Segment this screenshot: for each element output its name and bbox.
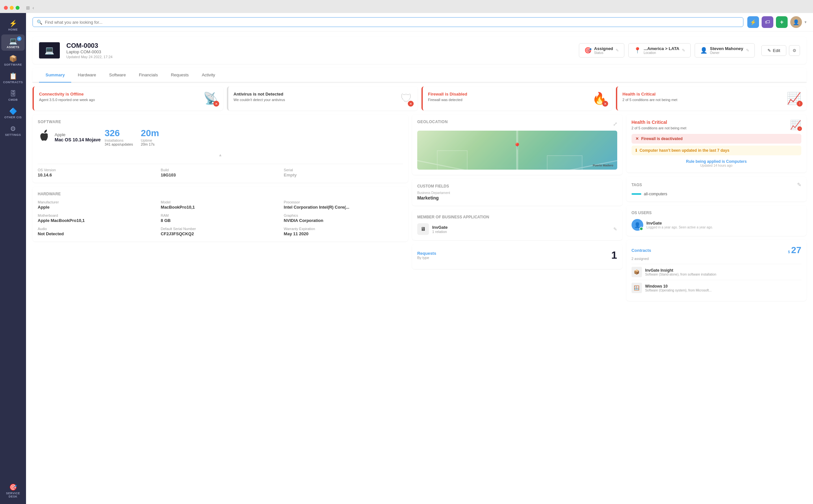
member-app-icon: 🖥 <box>417 223 429 235</box>
alert-firewall: Firewall is Disabled Firewall was detect… <box>421 86 612 110</box>
alert-connectivity: Connectivity is Offline Agent 3.5.0 repo… <box>32 86 223 110</box>
sidebar-item-assets[interactable]: 💻 ASSETS 5 <box>1 34 25 51</box>
sidebar-item-contracts[interactable]: 📋 CONTRACTS <box>1 70 25 86</box>
back-icon[interactable]: ‹ <box>32 5 34 10</box>
user-avatar[interactable]: 👤 <box>790 16 802 28</box>
main-area: 🔍 ⚡ 🏷 + 👤 ▾ <box>26 13 813 504</box>
asset-name: COM-0003 <box>66 42 572 49</box>
stat-installations: 326 Installations 341 apps/updates <box>105 128 133 146</box>
sidebar-item-cmdb[interactable]: 🗄 CMDB <box>1 87 25 103</box>
add-btn[interactable]: + <box>776 16 788 28</box>
plus-icon: + <box>780 19 784 26</box>
contract-icon-0: 📦 <box>632 267 642 277</box>
contract-item-1: 🪟 Windows 10 Software (Operating system)… <box>632 280 801 296</box>
requests-count: 1 <box>612 249 617 261</box>
firewall-alert-icon: ✕ <box>636 136 639 141</box>
map-pin: 📍 <box>513 142 521 150</box>
location-value: ...America > LATA <box>644 46 679 51</box>
assets-icon: 💻 <box>9 38 17 44</box>
health-rule-value: Computers <box>726 159 747 164</box>
maximize-button[interactable] <box>16 6 19 10</box>
col-left: Software Apple Mac OS 10.14 Mojave 326 <box>32 114 408 301</box>
location-label: Location <box>644 51 679 55</box>
custom-fields-card: Custom Fields Business Departament Marke… <box>412 179 623 206</box>
geo-expand-icon[interactable]: ⤢ <box>613 121 617 127</box>
ram-value: 8 GB <box>161 218 280 223</box>
graphics-item: Graphics NVIDIA Corporation <box>284 213 403 223</box>
tab-requests[interactable]: Requests <box>164 68 195 83</box>
tab-financials[interactable]: Financials <box>132 68 164 83</box>
sidebar-label-assets: ASSETS <box>6 45 19 49</box>
owner-edit-icon[interactable]: ✎ <box>746 48 749 53</box>
default-serial-item: Default Serial Number CF2J3FSQCKQ2 <box>161 227 280 236</box>
asset-location[interactable]: 📍 ...America > LATA Location ✎ <box>628 43 691 58</box>
edit-label: Edit <box>773 48 780 53</box>
connectivity-badge: ✕ <box>213 101 219 107</box>
tags-edit-icon[interactable]: ✎ <box>797 182 801 188</box>
build-value: 18G103 <box>161 173 280 177</box>
status-edit-icon[interactable]: ✎ <box>616 48 619 53</box>
warranty-item: Warranty Expiration May 11 2020 <box>284 227 403 236</box>
software-card: Software Apple Mac OS 10.14 Mojave 326 <box>32 114 408 183</box>
asset-status[interactable]: 🎯 Assigned Status ✎ <box>579 43 625 58</box>
model-item: Model MacBookPro10,1 <box>161 200 280 210</box>
contracts-section: Contracts $ 27 2 assigned 📦 <box>626 240 807 301</box>
right-panel: Health is Critical 2 of 5 conditions are… <box>626 114 807 301</box>
asset-info: COM-0003 Laptop COM-0003 Updated May 24 … <box>66 42 572 59</box>
graphics-value: NVIDIA Corporation <box>284 218 403 223</box>
alert-antivirus: Antivirus is not Detected We couldn't de… <box>227 86 418 110</box>
serial-label: Serial <box>284 168 403 172</box>
tab-summary[interactable]: Summary <box>39 68 71 83</box>
stat-uptime: 20m Uptime 20m 17s <box>141 128 159 146</box>
edit-icon: ✎ <box>768 48 771 53</box>
status-label: Status <box>594 51 613 55</box>
sidebar-item-home[interactable]: ⚡ HOME <box>1 17 25 33</box>
alert-firewall-title: Firewall is Disabled <box>428 92 588 97</box>
sidebar: ⚡ HOME 💻 ASSETS 5 📦 SOFTWARE 📋 CONTRACTS… <box>0 13 26 504</box>
default-serial-label: Default Serial Number <box>161 227 280 231</box>
close-button[interactable] <box>4 6 8 10</box>
os-version-item: OS Version 10.14.6 <box>38 168 157 177</box>
settings-button[interactable]: ⚙ <box>789 45 800 56</box>
settings-icon: ⚙ <box>10 125 16 132</box>
contracts-assigned: 2 assigned <box>632 257 801 261</box>
uptime-count: 20m <box>141 128 159 138</box>
tab-activity[interactable]: Activity <box>195 68 222 83</box>
dept-label: Business Departament <box>417 191 617 195</box>
edit-button[interactable]: ✎ Edit <box>761 45 786 56</box>
minimize-button[interactable] <box>10 6 14 10</box>
member-link-icon[interactable]: ✎ <box>613 226 617 232</box>
alert-antivirus-icon-wrap: 🛡 ✕ <box>401 92 412 105</box>
alert-cards: Connectivity is Offline Agent 3.5.0 repo… <box>32 86 807 110</box>
content-row-main: Software Apple Mac OS 10.14 Mojave 326 <box>32 114 807 301</box>
os-users: OS Users 👤 InvGate Logged in a year ago.… <box>626 205 807 236</box>
map-label: Puerto Madero <box>593 164 613 167</box>
alert-antivirus-content: Antivirus is not Detected We couldn't de… <box>234 92 397 102</box>
sidebar-label-cmdb: CMDB <box>8 98 18 101</box>
location-edit-icon[interactable]: ✎ <box>682 48 685 53</box>
user-name: InvGate <box>647 221 713 226</box>
tag-btn[interactable]: 🏷 <box>762 16 773 28</box>
contracts-header: Contracts $ 27 <box>632 245 801 255</box>
sidebar-item-service-desk[interactable]: 🎯 SERVICE DESK <box>1 481 25 500</box>
tab-software[interactable]: Software <box>103 68 132 83</box>
search-input[interactable] <box>45 20 739 25</box>
tab-hardware[interactable]: Hardware <box>71 68 102 83</box>
asset-owner[interactable]: 👤 Steven Mahoney Owner ✎ <box>695 43 755 58</box>
avatar-chevron[interactable]: ▾ <box>805 20 807 24</box>
sidebar-item-software[interactable]: 📦 SOFTWARE <box>1 52 25 68</box>
software-collapse-icon[interactable]: ▲ <box>38 151 403 159</box>
audio-value: Not Detected <box>38 231 157 236</box>
contract-desc-1: Software (Operating system), from Micros… <box>645 289 712 292</box>
invgate-btn[interactable]: ⚡ <box>747 16 759 28</box>
member-card: Member of Business Application 🖥 InvGate… <box>412 210 623 240</box>
contract-item-0: 📦 InvGate Insight Software (Stand-alone)… <box>632 264 801 280</box>
alert-health-desc: 2 of 5 conditions are not being met <box>623 98 783 102</box>
contract-name-1: Windows 10 <box>645 284 712 289</box>
sidebar-item-settings[interactable]: ⚙ SETTINGS <box>1 122 25 138</box>
software-detail: OS Version 10.14.6 Build 18G103 Serial E… <box>38 164 403 177</box>
sidebar-item-other-cis[interactable]: 🔷 OTHER CIs <box>1 105 25 121</box>
sidebar-toggle-icon[interactable]: ⊞ <box>26 5 30 10</box>
installations-sub: 341 apps/updates <box>105 142 133 146</box>
software-brand: Apple <box>55 132 101 137</box>
